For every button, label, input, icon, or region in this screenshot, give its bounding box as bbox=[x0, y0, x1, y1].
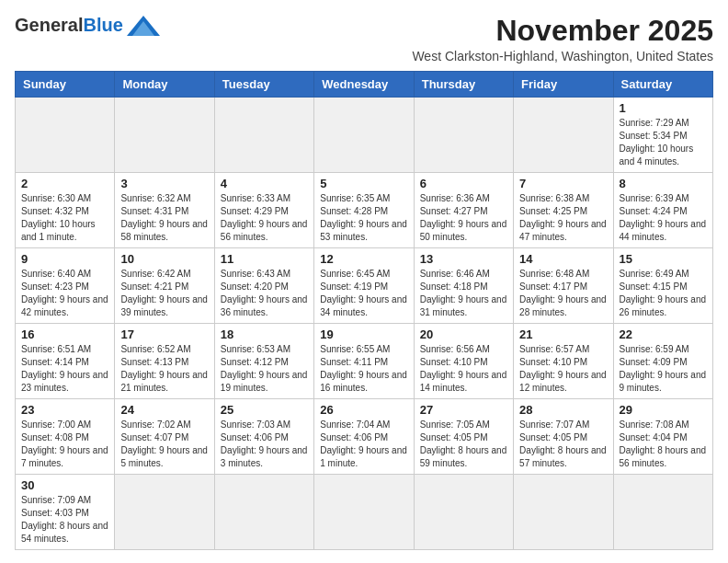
date-number: 18 bbox=[221, 327, 308, 341]
calendar-cell: 24Sunrise: 7:02 AM Sunset: 4:07 PM Dayli… bbox=[115, 399, 214, 475]
day-info: Sunrise: 6:52 AM Sunset: 4:13 PM Dayligh… bbox=[120, 343, 208, 395]
calendar-cell: 25Sunrise: 7:03 AM Sunset: 4:06 PM Dayli… bbox=[214, 399, 313, 475]
calendar-cell: 6Sunrise: 6:36 AM Sunset: 4:27 PM Daylig… bbox=[414, 173, 513, 248]
day-info: Sunrise: 7:05 AM Sunset: 4:05 PM Dayligh… bbox=[420, 419, 507, 470]
col-header-monday: Monday bbox=[115, 72, 214, 98]
col-header-friday: Friday bbox=[514, 72, 613, 98]
calendar-cell: 8Sunrise: 6:39 AM Sunset: 4:24 PM Daylig… bbox=[613, 173, 712, 248]
date-number: 17 bbox=[120, 327, 208, 341]
day-info: Sunrise: 6:49 AM Sunset: 4:15 PM Dayligh… bbox=[620, 268, 707, 319]
date-number: 9 bbox=[21, 252, 108, 266]
date-number: 29 bbox=[620, 403, 707, 417]
calendar-cell: 11Sunrise: 6:43 AM Sunset: 4:20 PM Dayli… bbox=[214, 248, 313, 324]
calendar-cell: 18Sunrise: 6:53 AM Sunset: 4:12 PM Dayli… bbox=[214, 324, 313, 399]
day-info: Sunrise: 6:36 AM Sunset: 4:27 PM Dayligh… bbox=[420, 192, 507, 244]
day-info: Sunrise: 6:39 AM Sunset: 4:24 PM Dayligh… bbox=[620, 192, 707, 244]
calendar-cell: 7Sunrise: 6:38 AM Sunset: 4:25 PM Daylig… bbox=[514, 173, 613, 248]
day-info: Sunrise: 6:56 AM Sunset: 4:10 PM Dayligh… bbox=[420, 343, 507, 395]
date-number: 21 bbox=[519, 327, 607, 341]
date-number: 20 bbox=[420, 327, 507, 341]
calendar-cell: 10Sunrise: 6:42 AM Sunset: 4:21 PM Dayli… bbox=[115, 248, 214, 324]
calendar-cell bbox=[414, 475, 513, 550]
day-info: Sunrise: 7:02 AM Sunset: 4:07 PM Dayligh… bbox=[120, 419, 208, 470]
day-info: Sunrise: 6:32 AM Sunset: 4:31 PM Dayligh… bbox=[120, 192, 208, 244]
date-number: 7 bbox=[519, 177, 607, 190]
calendar-cell bbox=[613, 475, 712, 550]
calendar-cell bbox=[214, 98, 313, 173]
calendar-cell: 20Sunrise: 6:56 AM Sunset: 4:10 PM Dayli… bbox=[414, 324, 513, 399]
calendar-cell bbox=[514, 98, 613, 173]
day-info: Sunrise: 7:09 AM Sunset: 4:03 PM Dayligh… bbox=[21, 494, 108, 546]
calendar-cell: 9Sunrise: 6:40 AM Sunset: 4:23 PM Daylig… bbox=[16, 248, 115, 324]
date-number: 28 bbox=[519, 403, 607, 417]
calendar-week-row: 30Sunrise: 7:09 AM Sunset: 4:03 PM Dayli… bbox=[16, 475, 713, 550]
calendar-cell bbox=[115, 475, 214, 550]
day-info: Sunrise: 6:51 AM Sunset: 4:14 PM Dayligh… bbox=[21, 343, 108, 395]
calendar-cell: 21Sunrise: 6:57 AM Sunset: 4:10 PM Dayli… bbox=[514, 324, 613, 399]
col-header-thursday: Thursday bbox=[414, 72, 513, 98]
day-info: Sunrise: 6:46 AM Sunset: 4:18 PM Dayligh… bbox=[420, 268, 507, 319]
day-info: Sunrise: 6:48 AM Sunset: 4:17 PM Dayligh… bbox=[519, 268, 607, 319]
day-info: Sunrise: 6:57 AM Sunset: 4:10 PM Dayligh… bbox=[519, 343, 607, 395]
calendar-cell: 2Sunrise: 6:30 AM Sunset: 4:32 PM Daylig… bbox=[16, 173, 115, 248]
calendar-cell: 26Sunrise: 7:04 AM Sunset: 4:06 PM Dayli… bbox=[314, 399, 414, 475]
calendar-cell bbox=[16, 98, 115, 173]
calendar-cell: 14Sunrise: 6:48 AM Sunset: 4:17 PM Dayli… bbox=[514, 248, 613, 324]
calendar-week-row: 9Sunrise: 6:40 AM Sunset: 4:23 PM Daylig… bbox=[16, 248, 713, 324]
calendar-cell bbox=[414, 98, 513, 173]
calendar-cell: 30Sunrise: 7:09 AM Sunset: 4:03 PM Dayli… bbox=[16, 475, 115, 550]
logo-icon bbox=[127, 16, 160, 36]
date-number: 6 bbox=[420, 177, 507, 190]
date-number: 25 bbox=[221, 403, 308, 417]
calendar-week-row: 23Sunrise: 7:00 AM Sunset: 4:08 PM Dayli… bbox=[16, 399, 713, 475]
day-info: Sunrise: 6:42 AM Sunset: 4:21 PM Dayligh… bbox=[120, 268, 208, 319]
calendar-cell bbox=[214, 475, 313, 550]
calendar-table: SundayMondayTuesdayWednesdayThursdayFrid… bbox=[15, 71, 713, 550]
calendar-cell: 19Sunrise: 6:55 AM Sunset: 4:11 PM Dayli… bbox=[314, 324, 414, 399]
calendar-cell: 17Sunrise: 6:52 AM Sunset: 4:13 PM Dayli… bbox=[115, 324, 214, 399]
calendar-cell: 4Sunrise: 6:33 AM Sunset: 4:29 PM Daylig… bbox=[214, 173, 313, 248]
calendar-cell: 12Sunrise: 6:45 AM Sunset: 4:19 PM Dayli… bbox=[314, 248, 414, 324]
title-area: November 2025 West Clarkston-Highland, W… bbox=[412, 15, 713, 63]
day-info: Sunrise: 6:53 AM Sunset: 4:12 PM Dayligh… bbox=[221, 343, 308, 395]
date-number: 12 bbox=[320, 252, 407, 266]
date-number: 14 bbox=[519, 252, 607, 266]
calendar-cell: 27Sunrise: 7:05 AM Sunset: 4:05 PM Dayli… bbox=[414, 399, 513, 475]
col-header-tuesday: Tuesday bbox=[214, 72, 313, 98]
day-info: Sunrise: 6:33 AM Sunset: 4:29 PM Dayligh… bbox=[221, 192, 308, 244]
calendar-cell: 1Sunrise: 7:29 AM Sunset: 5:34 PM Daylig… bbox=[613, 98, 712, 173]
day-info: Sunrise: 6:59 AM Sunset: 4:09 PM Dayligh… bbox=[620, 343, 707, 395]
day-info: Sunrise: 7:03 AM Sunset: 4:06 PM Dayligh… bbox=[221, 419, 308, 470]
col-header-saturday: Saturday bbox=[613, 72, 712, 98]
date-number: 26 bbox=[320, 403, 407, 417]
logo: GeneralBlue bbox=[15, 15, 160, 36]
logo-text: GeneralBlue bbox=[15, 15, 123, 36]
calendar-cell: 5Sunrise: 6:35 AM Sunset: 4:28 PM Daylig… bbox=[314, 173, 414, 248]
calendar-cell bbox=[514, 475, 613, 550]
month-title: November 2025 bbox=[412, 15, 713, 47]
date-number: 5 bbox=[320, 177, 407, 190]
day-info: Sunrise: 7:07 AM Sunset: 4:05 PM Dayligh… bbox=[519, 419, 607, 470]
calendar-header-row: SundayMondayTuesdayWednesdayThursdayFrid… bbox=[16, 72, 713, 98]
day-info: Sunrise: 6:55 AM Sunset: 4:11 PM Dayligh… bbox=[320, 343, 407, 395]
calendar-cell: 28Sunrise: 7:07 AM Sunset: 4:05 PM Dayli… bbox=[514, 399, 613, 475]
date-number: 8 bbox=[620, 177, 707, 190]
date-number: 10 bbox=[120, 252, 208, 266]
calendar-cell: 22Sunrise: 6:59 AM Sunset: 4:09 PM Dayli… bbox=[613, 324, 712, 399]
date-number: 13 bbox=[420, 252, 507, 266]
date-number: 16 bbox=[21, 327, 108, 341]
calendar-cell bbox=[314, 98, 414, 173]
calendar-cell: 13Sunrise: 6:46 AM Sunset: 4:18 PM Dayli… bbox=[414, 248, 513, 324]
calendar-cell: 15Sunrise: 6:49 AM Sunset: 4:15 PM Dayli… bbox=[613, 248, 712, 324]
day-info: Sunrise: 7:04 AM Sunset: 4:06 PM Dayligh… bbox=[320, 419, 407, 470]
date-number: 30 bbox=[21, 478, 108, 492]
day-info: Sunrise: 7:00 AM Sunset: 4:08 PM Dayligh… bbox=[21, 419, 108, 470]
date-number: 1 bbox=[620, 101, 707, 115]
calendar-week-row: 2Sunrise: 6:30 AM Sunset: 4:32 PM Daylig… bbox=[16, 173, 713, 248]
calendar-cell: 23Sunrise: 7:00 AM Sunset: 4:08 PM Dayli… bbox=[16, 399, 115, 475]
date-number: 27 bbox=[420, 403, 507, 417]
location-subtitle: West Clarkston-Highland, Washington, Uni… bbox=[412, 49, 713, 63]
day-info: Sunrise: 6:35 AM Sunset: 4:28 PM Dayligh… bbox=[320, 192, 407, 244]
date-number: 4 bbox=[221, 177, 308, 190]
calendar-cell: 29Sunrise: 7:08 AM Sunset: 4:04 PM Dayli… bbox=[613, 399, 712, 475]
